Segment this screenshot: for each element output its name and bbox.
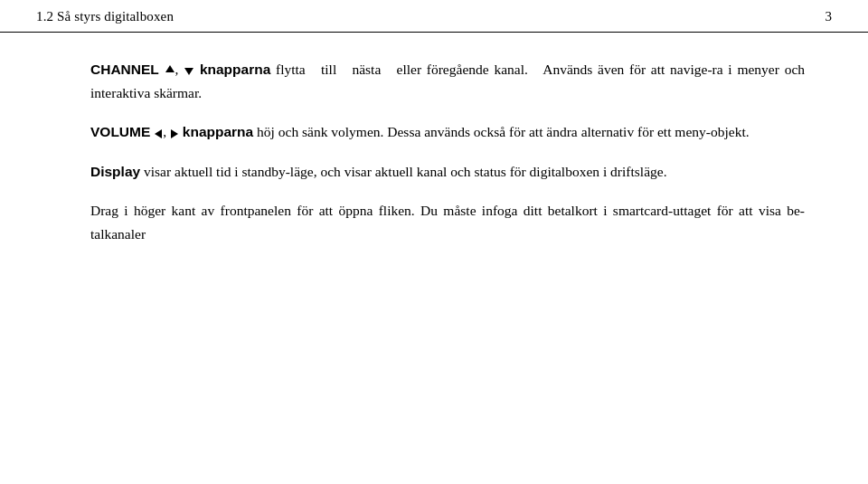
triangle-left-icon — [155, 129, 162, 138]
display-paragraph: Display visar aktuell tid i standby-läge… — [90, 160, 805, 184]
volume-paragraph: VOLUME , knapparna höj och sänk volymen.… — [90, 120, 805, 144]
header-page-number: 3 — [826, 9, 833, 24]
volume-keyword: VOLUME — [90, 124, 150, 139]
channel-knapparna: knapparna — [200, 62, 270, 77]
triangle-up-icon — [165, 65, 175, 72]
triangle-right-icon — [171, 129, 178, 138]
header-title: 1.2 Så styrs digitalboxen — [36, 9, 174, 24]
content-area: CHANNEL , knapparna flytta till nästa el… — [0, 33, 868, 280]
drag-paragraph: Drag i höger kant av frontpanelen för at… — [90, 199, 805, 245]
triangle-down-icon — [184, 68, 193, 75]
display-keyword: Display — [90, 164, 140, 179]
page-container: 1.2 Så styrs digitalboxen 3 CHANNEL , kn… — [0, 0, 868, 484]
volume-knapparna: knapparna — [183, 124, 253, 139]
header-bar: 1.2 Så styrs digitalboxen 3 — [0, 0, 868, 33]
channel-keyword: CHANNEL — [90, 62, 159, 77]
channel-paragraph: CHANNEL , knapparna flytta till nästa el… — [90, 58, 805, 104]
